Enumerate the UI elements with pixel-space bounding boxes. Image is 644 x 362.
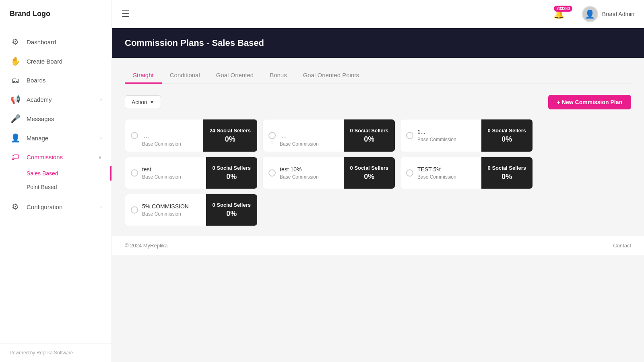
chevron-right-icon: › [100, 135, 102, 141]
card-radio-1[interactable] [131, 132, 138, 139]
action-button[interactable]: Action ▼ [125, 95, 161, 109]
point-based-label: Point Based [27, 184, 57, 190]
card-type-4: Base Commission [142, 174, 181, 180]
tab-goal-oriented-points[interactable]: Goal Oriented Points [295, 68, 367, 84]
card-type-2: Base Commission [280, 141, 319, 147]
card-radio-5[interactable] [268, 169, 276, 177]
new-commission-plan-button[interactable]: + New Commission Plan [548, 95, 631, 109]
hamburger-icon[interactable]: ☰ [122, 9, 130, 19]
plan-card-5[interactable]: test 10% Base Commission 0 Social Seller… [262, 157, 395, 189]
sidebar-item-boards[interactable]: 🗂 Boards [0, 71, 111, 90]
sidebar-item-label: Commissions [27, 154, 93, 160]
card-radio-4[interactable] [131, 169, 138, 177]
content-area: Straight Conditional Goal Oriented Bonus… [112, 58, 644, 236]
card-sellers-2: 0 Social Sellers [350, 128, 388, 134]
card-percent-4: 0% [226, 173, 237, 181]
card-name-2 [280, 124, 319, 131]
main-wrapper: ☰ 🔔 233380 👤 Brand Admin Commission Plan… [112, 0, 644, 362]
card-name-4: test [142, 166, 181, 173]
copyright-text: © 2024 MyReplika [125, 243, 167, 249]
toolbar: Action ▼ + New Commission Plan [125, 95, 631, 109]
plan-card-3[interactable]: 1... Base Commission 0 Social Sellers 0% [400, 119, 533, 152]
plan-card-1[interactable]: ... Base Commission 24 Social Sellers 0% [125, 119, 258, 152]
sidebar-item-sales-based[interactable]: Sales Based [27, 167, 111, 180]
plan-card-6[interactable]: TEST 5% Base Commission 0 Social Sellers… [400, 157, 533, 189]
card-type-1: Base Commission [142, 141, 181, 147]
card-sellers-6: 0 Social Sellers [488, 165, 526, 171]
card-left-2: ... Base Commission [263, 119, 344, 152]
card-left-1: ... Base Commission [125, 119, 203, 152]
card-left-5: test 10% Base Commission [263, 157, 344, 189]
card-left-6: TEST 5% Base Commission [400, 157, 481, 189]
dropdown-arrow-icon: ▼ [150, 100, 154, 105]
card-info-6: TEST 5% Base Commission [417, 166, 456, 180]
card-right-4: 0 Social Sellers 0% [206, 157, 257, 189]
sidebar-item-label: Create Board [27, 58, 102, 65]
plan-card-4[interactable]: test Base Commission 0 Social Sellers 0% [125, 157, 258, 189]
sidebar-item-label: Dashboard [27, 39, 102, 45]
contact-link[interactable]: Contact [613, 243, 631, 249]
card-name-5: test 10% [280, 166, 319, 173]
card-radio-3[interactable] [406, 132, 413, 139]
user-avatar: 👤 [582, 6, 598, 22]
sidebar-item-dashboard[interactable]: ⚙ Dashboard [0, 32, 111, 51]
tab-goal-oriented[interactable]: Goal Oriented [208, 68, 262, 84]
commissions-icon: 🏷 [10, 152, 21, 162]
manage-icon: 👤 [10, 133, 21, 143]
tab-straight[interactable]: Straight [125, 68, 162, 84]
sidebar-item-academy[interactable]: 📢 Academy › [0, 90, 111, 109]
cards-row-1: test Base Commission 0 Social Sellers 0% [125, 157, 631, 189]
card-ellipsis-1: ... [142, 132, 181, 140]
dashboard-icon: ⚙ [10, 37, 21, 47]
card-name-3: 1... [417, 129, 456, 135]
tab-bonus[interactable]: Bonus [262, 68, 295, 84]
card-right-1: 24 Social Sellers 0% [203, 119, 257, 152]
notification-bell[interactable]: 🔔 233380 [553, 9, 564, 19]
card-radio-7[interactable] [131, 206, 138, 214]
card-percent-1: 0% [225, 135, 235, 144]
user-area[interactable]: 👤 Brand Admin [582, 6, 634, 22]
card-percent-2: 0% [364, 135, 374, 144]
sales-based-label: Sales Based [27, 170, 58, 177]
sidebar-item-manage[interactable]: 👤 Manage › [0, 128, 111, 148]
boards-icon: 🗂 [10, 76, 21, 85]
tab-conditional[interactable]: Conditional [162, 68, 208, 84]
tabs-bar: Straight Conditional Goal Oriented Bonus… [125, 68, 631, 84]
page-content: Commission Plans - Sales Based Straight … [112, 28, 644, 362]
sidebar-item-label: Configuration [27, 204, 95, 210]
card-info-3: 1... Base Commission [417, 129, 456, 142]
sidebar-item-point-based[interactable]: Point Based [27, 180, 111, 194]
card-ellipsis-2: ... [280, 132, 319, 140]
card-percent-3: 0% [502, 135, 512, 144]
card-percent-7: 0% [226, 210, 237, 218]
card-name-7: 5% COMMISSION [142, 203, 189, 210]
sidebar-item-configuration[interactable]: ⚙ Configuration › [0, 197, 111, 216]
cards-grid: ... Base Commission 24 Social Sellers 0% [125, 119, 631, 226]
card-sellers-7: 0 Social Sellers [213, 202, 251, 208]
card-info-4: test Base Commission [142, 166, 181, 180]
cards-row-2: 5% COMMISSION Base Commission 0 Social S… [125, 194, 631, 226]
user-name: Brand Admin [602, 11, 634, 17]
chevron-down-icon: ∨ [98, 154, 102, 160]
sidebar-item-label: Manage [27, 135, 95, 142]
card-right-7: 0 Social Sellers 0% [206, 194, 257, 226]
card-sellers-5: 0 Social Sellers [350, 165, 388, 171]
card-info-2: ... Base Commission [280, 124, 319, 147]
sidebar-item-commissions[interactable]: 🏷 Commissions ∨ [0, 148, 111, 167]
commissions-submenu: Sales Based Point Based [0, 167, 111, 194]
card-type-6: Base Commission [417, 174, 456, 180]
plan-card-2[interactable]: ... Base Commission 0 Social Sellers 0% [262, 119, 395, 152]
page-title: Commission Plans - Sales Based [125, 38, 264, 48]
academy-icon: 📢 [10, 95, 21, 104]
card-type-3: Base Commission [417, 137, 456, 142]
card-radio-6[interactable] [406, 169, 413, 177]
card-radio-2[interactable] [268, 132, 276, 139]
sidebar-item-messages[interactable]: 🎤 Messages [0, 109, 111, 128]
card-right-6: 0 Social Sellers 0% [481, 157, 533, 189]
sidebar-nav: ⚙ Dashboard ✋ Create Board 🗂 Boards 📢 Ac… [0, 28, 111, 343]
sidebar-item-create-board[interactable]: ✋ Create Board [0, 51, 111, 71]
plan-card-7[interactable]: 5% COMMISSION Base Commission 0 Social S… [125, 194, 258, 226]
card-name-1 [142, 124, 181, 131]
card-left-3: 1... Base Commission [400, 119, 481, 152]
sidebar-item-label: Boards [27, 77, 102, 84]
